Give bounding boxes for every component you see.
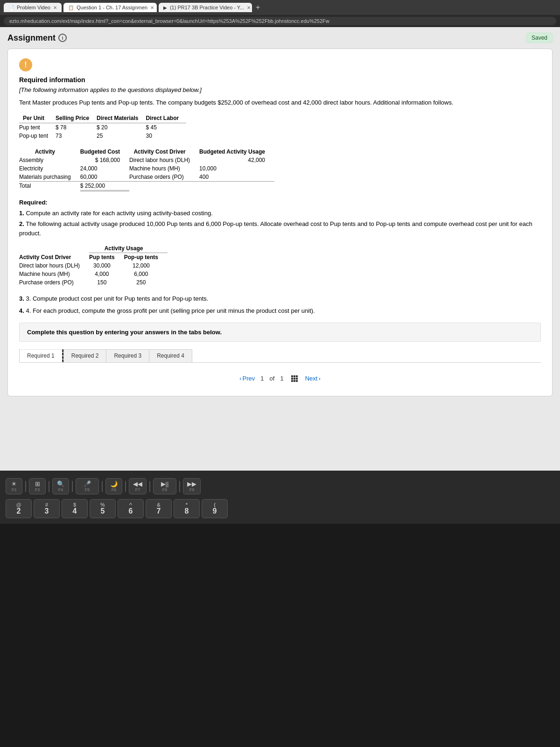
browser-chrome: 📄 Problem Video ✕ 📋 Question 1 - Ch. 17 … bbox=[0, 0, 560, 15]
fastforward-icon: ▶▶ bbox=[187, 480, 196, 487]
tab-question1[interactable]: 📋 Question 1 - Ch. 17 Assignmen ✕ bbox=[63, 3, 157, 12]
required-section: Required: 1. Compute an activity rate fo… bbox=[19, 199, 541, 238]
fkey-row: ☀ F2 ⊞ F3 🔍 F4 🎤 F5 🌙 F6 ◀◀ F7 ▶|| bbox=[6, 478, 554, 494]
key-6[interactable]: ^ 6 bbox=[118, 499, 144, 518]
col-header-direct-materials: Direct Materials bbox=[97, 114, 146, 123]
au-col-driver: Activity Cost Driver bbox=[19, 253, 89, 262]
table-row: Purchase orders (PO) 150 250 bbox=[19, 278, 168, 287]
play-pause-icon: ▶|| bbox=[161, 480, 169, 487]
add-tab-button[interactable]: + bbox=[256, 3, 260, 12]
popup-tent-label: Pop-up tent bbox=[19, 132, 56, 140]
tab-icon-2: 📋 bbox=[68, 5, 74, 10]
key-5[interactable]: % 5 bbox=[90, 499, 116, 518]
page-title: Assignment bbox=[7, 33, 56, 43]
requirement-3: 3. 3. Compute product cost per unit for … bbox=[19, 294, 541, 303]
fkey-f8[interactable]: ▶|| F8 bbox=[153, 478, 176, 494]
rewind-icon: ◀◀ bbox=[133, 480, 142, 487]
table-row: Machine hours (MH) 4,000 6,000 bbox=[19, 270, 168, 278]
pup-tent-label: Pup tent bbox=[19, 123, 56, 132]
col-header-per-unit: Per Unit bbox=[19, 114, 56, 123]
url-input[interactable]: ezto.mheducation.com/ext/map/index.html?… bbox=[4, 17, 556, 25]
materials-purchasing-cost: 60,000 bbox=[80, 173, 129, 182]
fkey-f9[interactable]: ▶▶ F9 bbox=[183, 478, 201, 494]
assembly-cost-driver: Direct labor hours (DLH) bbox=[129, 156, 199, 164]
au-col-popup: Pop-up tents bbox=[124, 253, 168, 262]
next-button[interactable]: Next › bbox=[305, 375, 321, 382]
materials-purchasing-driver: Purchase orders (PO) bbox=[129, 173, 199, 182]
key-2[interactable]: @ 2 bbox=[6, 499, 32, 518]
fkey-f5[interactable]: 🎤 F5 bbox=[76, 478, 99, 494]
au-dlh-label: Direct labor hours (DLH) bbox=[19, 261, 89, 270]
requirement-2: 2. The following actual activity usage p… bbox=[19, 219, 541, 238]
total-usage bbox=[199, 181, 274, 190]
tab-icon-3: ▶ bbox=[163, 5, 167, 10]
key-3[interactable]: # 3 bbox=[34, 499, 60, 518]
key-8[interactable]: * 8 bbox=[174, 499, 200, 518]
grid-view-icon[interactable] bbox=[291, 375, 298, 382]
au-mh-label: Machine hours (MH) bbox=[19, 270, 89, 278]
total-driver bbox=[129, 181, 199, 190]
per-unit-table: Per Unit Selling Price Direct Materials … bbox=[19, 114, 186, 140]
materials-purchasing-label: Materials purchasing bbox=[19, 173, 80, 182]
key-7[interactable]: & 7 bbox=[146, 499, 172, 518]
assembly-label: Assembly bbox=[19, 156, 80, 164]
moon-icon: 🌙 bbox=[110, 480, 118, 487]
total-label: Total bbox=[19, 181, 80, 190]
activity-table-header-row: Activity Budgeted Cost Activity Cost Dri… bbox=[19, 148, 274, 156]
page-of-label: of bbox=[270, 375, 275, 382]
budgeted-cost-col-header: Budgeted Cost bbox=[80, 148, 129, 156]
table-row: Direct labor hours (DLH) 30,000 12,000 bbox=[19, 261, 168, 270]
col-header-direct-labor: Direct Labor bbox=[146, 114, 186, 123]
fkey-f3[interactable]: ⊞ F3 bbox=[29, 478, 46, 494]
au-po-label: Purchase orders (PO) bbox=[19, 278, 89, 287]
content-area: Assignment i Saved ! Required informatio… bbox=[0, 27, 560, 471]
pup-tent-direct-labor: $ 45 bbox=[146, 123, 186, 132]
au-mh-popup: 6,000 bbox=[124, 270, 168, 278]
fkey-f2[interactable]: ☀ F2 bbox=[6, 478, 22, 494]
tab-required-1[interactable]: Required 1 bbox=[19, 349, 63, 362]
au-col-pup: Pup tents bbox=[89, 253, 124, 262]
pup-tent-selling-price: $ 78 bbox=[56, 123, 97, 132]
popup-tent-selling-price: 73 bbox=[56, 132, 97, 140]
tab-pr17[interactable]: ▶ (1) PR17 3B Practice Video - Y... ✕ bbox=[159, 3, 252, 12]
grid-icon: ⊞ bbox=[35, 480, 40, 487]
address-bar: ezto.mheducation.com/ext/map/index.html?… bbox=[0, 15, 560, 27]
requirement-1: 1. Compute an activity rate for each act… bbox=[19, 209, 541, 218]
tab-required-2[interactable]: Required 2 bbox=[63, 349, 106, 362]
table-row: Assembly $ 168,000 Direct labor hours (D… bbox=[19, 156, 274, 164]
page-total: 1 bbox=[280, 375, 283, 382]
fkey-f6[interactable]: 🌙 F6 bbox=[105, 478, 122, 494]
activity-table: Activity Budgeted Cost Activity Cost Dri… bbox=[19, 148, 274, 191]
electricity-cost-driver: Machine hours (MH) bbox=[129, 164, 199, 173]
popup-tent-direct-labor: 30 bbox=[146, 132, 186, 140]
tab-icon: 📄 bbox=[8, 5, 14, 10]
tab-required-3[interactable]: Required 3 bbox=[106, 349, 149, 362]
electricity-usage: 10,000 bbox=[199, 164, 274, 173]
fkey-divider-4 bbox=[102, 481, 103, 492]
key-4[interactable]: $ 4 bbox=[62, 499, 88, 518]
required-info-italic: [The following information applies to th… bbox=[19, 86, 541, 93]
complete-box: Complete this question by entering your … bbox=[19, 323, 541, 342]
total-row: Total $ 252,000 bbox=[19, 181, 274, 190]
au-dlh-popup: 12,000 bbox=[124, 261, 168, 270]
info-icon[interactable]: i bbox=[58, 34, 67, 42]
fkey-f7[interactable]: ◀◀ F7 bbox=[129, 478, 147, 494]
table-row: Pop-up tent 73 25 30 bbox=[19, 132, 186, 140]
tab-close-3[interactable]: ✕ bbox=[247, 5, 251, 10]
alert-icon: ! bbox=[19, 58, 32, 71]
required-info-title: Required information bbox=[19, 76, 541, 84]
prev-button[interactable]: ‹ Prev bbox=[239, 375, 255, 382]
activity-col-header: Activity bbox=[19, 148, 80, 156]
fkey-f4[interactable]: 🔍 F4 bbox=[52, 478, 69, 494]
saved-badge: Saved bbox=[526, 33, 553, 43]
au-mh-pup: 4,000 bbox=[89, 270, 124, 278]
tab-required-4[interactable]: Required 4 bbox=[149, 349, 192, 362]
fkey-divider-2 bbox=[49, 481, 49, 492]
total-cost: $ 252,000 bbox=[80, 181, 129, 190]
tab-close-1[interactable]: ✕ bbox=[53, 5, 57, 10]
tab-problem-video[interactable]: 📄 Problem Video ✕ bbox=[4, 3, 62, 12]
brightness-icon: ☀ bbox=[11, 480, 17, 487]
tabs-container: Required 1 Required 2 Required 3 Require… bbox=[19, 349, 541, 363]
key-9[interactable]: ( 9 bbox=[202, 499, 228, 518]
tab-close-2[interactable]: ✕ bbox=[150, 5, 154, 10]
